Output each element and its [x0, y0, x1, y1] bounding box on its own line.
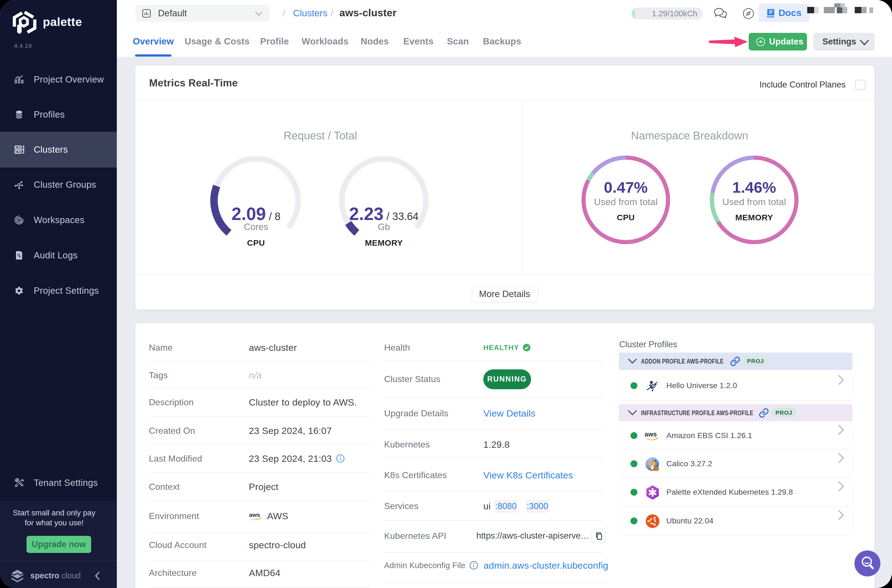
- svg-text:aws: aws: [249, 512, 260, 518]
- svg-text:aws: aws: [644, 430, 657, 438]
